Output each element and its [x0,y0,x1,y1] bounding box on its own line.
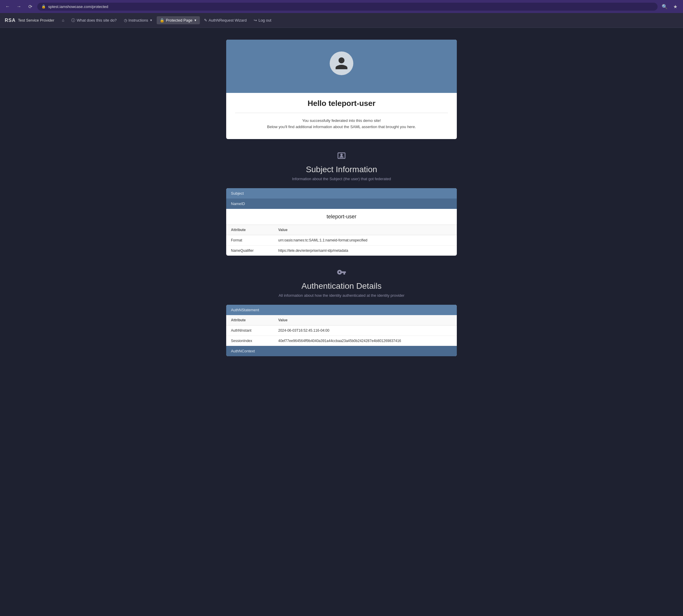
auth-icon [176,267,507,279]
nav-instructions-label: Instructions [129,18,148,22]
subject-section: Subject Information Information about th… [176,151,507,181]
auth-section: Authentication Details All information a… [176,267,507,298]
table-row: SessionIndex40ef77ee964564ff9b4040a391a4… [226,335,457,346]
reload-button[interactable]: ⟳ [26,2,34,10]
nav-what[interactable]: ⓘ What does this site do? [68,16,119,25]
value-cell: urn:oasis:names:tc:SAML:1.1:nameid-forma… [273,235,457,245]
table-row: AuthNInstant2024-06-03T16:52:45.116-04:0… [226,325,457,335]
instructions-dropdown-arrow: ▼ [150,19,153,22]
hero-greeting: Hello teleport-user [235,99,448,108]
subject-section-title: Subject Information [176,165,507,174]
subject-info-box: Subject NameID teleport-user Attribute V… [226,188,457,256]
browser-actions: 🔍 ★ [661,2,680,10]
authn-statement-header: AuthNStatement [226,305,457,315]
zoom-button[interactable]: 🔍 [661,2,669,10]
edit-icon: ✎ [204,18,207,22]
table-row: NameQualifierhttps://tele.dev/enterprise… [226,245,457,256]
hero-text-line1: You successfully federated into this dem… [235,118,448,124]
nav-protected-label: Protected Page [166,18,192,22]
protected-dropdown-arrow: ▼ [194,19,197,22]
subject-col-value: Value [273,225,457,235]
hero-card-body: Hello teleport-user You successfully fed… [226,93,457,139]
url-bar[interactable]: 🔒 sptest.iamshowcase.com/protected [37,3,658,10]
auth-col-attr: Attribute [226,315,273,326]
info-icon: ⓘ [71,18,75,23]
attr-cell: AuthNInstant [226,325,273,335]
hero-divider [235,113,448,113]
navbar-brand: RSA Test Service Provider [5,18,54,23]
lock-icon: 🔒 [41,4,46,8]
subject-box-body: NameID teleport-user Attribute Value For… [226,199,457,256]
subject-box-header: Subject [226,188,457,199]
hero-card-header [226,40,457,93]
browser-chrome: ← → ⟳ 🔒 sptest.iamshowcase.com/protected… [0,0,683,13]
nav-instructions[interactable]: ◷ Instructions ▼ [121,16,156,24]
home-icon: ⌂ [62,18,65,22]
forward-button[interactable]: → [15,2,23,10]
instructions-icon: ◷ [124,18,127,22]
nav-logout[interactable]: ↪ Log out [251,16,274,24]
auth-section-title: Authentication Details [176,281,507,291]
back-button[interactable]: ← [3,2,12,10]
nav-logout-label: Log out [258,18,271,22]
value-cell: https://tele.dev/enterprise/saml-idp/met… [273,245,457,256]
bookmark-button[interactable]: ★ [671,2,680,10]
value-cell: 2024-06-03T16:52:45.116-04:00 [273,325,457,335]
nav-authn-label: AuthNRequest Wizard [209,18,247,22]
subject-section-subtitle: Information about the Subject (the user)… [176,177,507,181]
navbar: RSA Test Service Provider ⌂ ⓘ What does … [0,13,683,28]
page-content: Hello teleport-user You successfully fed… [170,28,513,380]
value-cell: 40ef77ee964564ff9b4040a391a44ccbaa23a45b… [273,335,457,346]
auth-info-box: AuthNStatement Attribute Value AuthNInst… [226,305,457,356]
lock-nav-icon: 🔒 [160,18,164,22]
attr-cell: Format [226,235,273,245]
user-icon [334,56,349,71]
nav-protected[interactable]: 🔒 Protected Page ▼ [157,16,200,24]
table-row: Formaturn:oasis:names:tc:SAML:1.1:nameid… [226,235,457,245]
nameid-header: NameID [226,199,457,209]
auth-table: Attribute Value AuthNInstant2024-06-03T1… [226,315,457,346]
hero-card: Hello teleport-user You successfully fed… [226,40,457,139]
auth-box-body: Attribute Value AuthNInstant2024-06-03T1… [226,315,457,346]
subject-col-attr: Attribute [226,225,273,235]
nameid-value: teleport-user [226,209,457,225]
subject-table: Attribute Value Formaturn:oasis:names:tc… [226,225,457,256]
authn-context-header: AuthNContext [226,346,457,356]
hero-text-line2: Below you'll find additional information… [235,124,448,130]
navbar-service: Test Service Provider [18,18,54,22]
nav-authn[interactable]: ✎ AuthNRequest Wizard [201,16,250,24]
subject-icon [176,151,507,162]
attr-cell: SessionIndex [226,335,273,346]
auth-section-subtitle: All information about how the identity a… [176,293,507,298]
rsa-logo: RSA [5,18,16,23]
url-text: sptest.iamshowcase.com/protected [48,4,108,9]
auth-table-header-row: Attribute Value [226,315,457,326]
logout-icon: ↪ [254,18,257,22]
nav-what-label: What does this site do? [76,18,116,22]
auth-col-value: Value [273,315,457,326]
attr-cell: NameQualifier [226,245,273,256]
nav-home[interactable]: ⌂ [59,16,67,24]
user-avatar [330,51,353,75]
subject-table-header-row: Attribute Value [226,225,457,235]
